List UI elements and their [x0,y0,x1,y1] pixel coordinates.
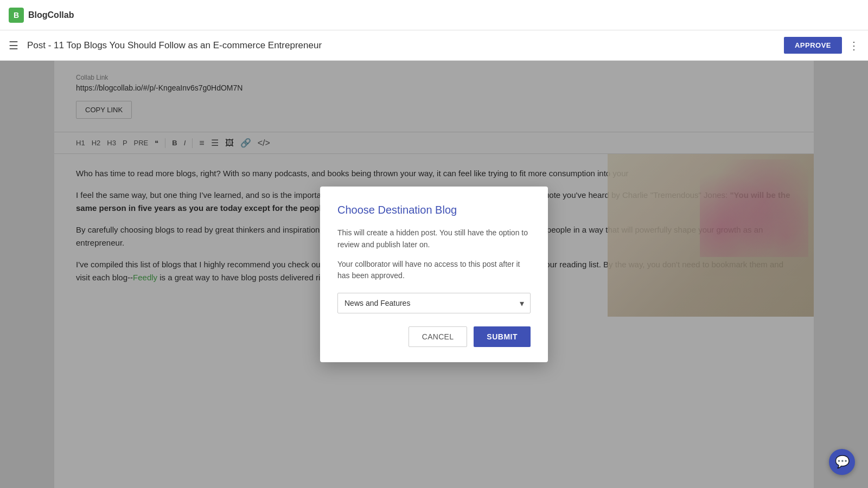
top-nav: B BlogCollab [0,0,868,30]
modal-dropdown-wrapper: News and Features Tech Blog Marketing Bl… [337,293,531,313]
more-options-icon[interactable]: ⋮ [848,39,859,52]
modal-title: Choose Destination Blog [337,204,531,216]
hamburger-icon[interactable]: ☰ [9,39,18,52]
app-logo: B BlogCollab [9,8,74,23]
main-content: Collab Link https://blogcollab.io/#/p/-K… [0,61,868,488]
chat-fab-button[interactable]: 💬 [829,449,855,475]
cancel-button[interactable]: CANCEL [409,326,468,347]
modal-body-text-2: Your collborator will have no access to … [337,259,531,282]
approve-button[interactable]: APPROVE [784,37,842,54]
modal-dialog: Choose Destination Blog This will create… [320,187,548,362]
modal-actions: CANCEL SUBMIT [337,326,531,347]
app-name: BlogCollab [28,10,74,20]
modal-backdrop: Choose Destination Blog This will create… [0,61,868,488]
post-title: Post - 11 Top Blogs You Should Follow as… [27,40,784,51]
modal-body-text-1: This will create a hidden post. You stil… [337,227,531,251]
chat-icon: 💬 [835,455,850,469]
logo-icon: B [9,8,24,23]
destination-blog-dropdown[interactable]: News and Features Tech Blog Marketing Bl… [337,293,531,313]
submit-button[interactable]: SUBMIT [474,326,531,347]
post-header: ☰ Post - 11 Top Blogs You Should Follow … [0,30,868,61]
